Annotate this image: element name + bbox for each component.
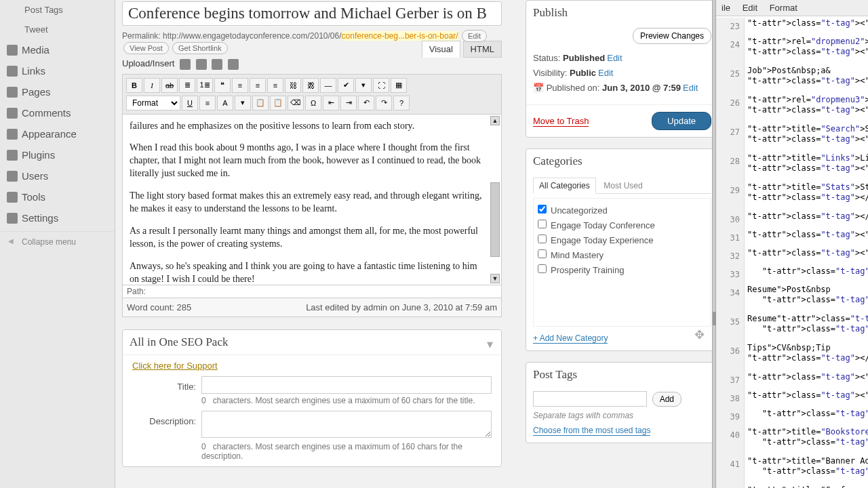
code-line[interactable]: Tips">CV&nbsp;Tip"t-attr">class="t-tag">… bbox=[747, 342, 868, 371]
scrollbar-thumb[interactable] bbox=[490, 182, 500, 257]
textcolor-button[interactable]: A bbox=[217, 96, 233, 110]
category-item[interactable]: Prosperity Training bbox=[538, 262, 707, 277]
code-line[interactable]: "t-attr">rel="dropmenu2">E"t-attr">class… bbox=[747, 36, 868, 65]
kitchensink-button[interactable]: ▦ bbox=[391, 78, 407, 93]
seo-desc-input[interactable] bbox=[201, 411, 492, 438]
justify-button[interactable]: ≡ bbox=[199, 96, 216, 110]
sidebar-item-pages[interactable]: Pages bbox=[0, 81, 115, 102]
paste-word-button[interactable]: 📋 bbox=[270, 96, 286, 110]
bold-button[interactable]: B bbox=[126, 78, 142, 93]
unlink-button[interactable]: ⛓̸ bbox=[302, 78, 319, 93]
code-line[interactable]: Job">Post&nbsp;a&"t-attr">class="t-tag">… bbox=[747, 65, 868, 94]
post-title-input[interactable] bbox=[122, 1, 502, 26]
category-checkbox[interactable] bbox=[538, 205, 547, 214]
help-button[interactable]: ? bbox=[393, 96, 410, 110]
status-edit-link[interactable]: Edit bbox=[607, 53, 622, 63]
code-line[interactable]: "t-attr">title="Banner Adv "t-attr">clas… bbox=[747, 455, 868, 485]
sidebar-item-links[interactable]: Links bbox=[0, 60, 115, 81]
category-item[interactable]: Uncategorized bbox=[538, 203, 707, 218]
code-line[interactable]: Resume"t-attr">class="t-tag"></"t-attr">… bbox=[747, 313, 868, 342]
date-edit-link[interactable]: Edit bbox=[683, 83, 698, 93]
ul-button[interactable]: ≣ bbox=[179, 78, 195, 93]
fullscreen-button[interactable]: ⛶ bbox=[373, 78, 389, 93]
add-audio-icon[interactable] bbox=[212, 59, 222, 70]
category-checkbox[interactable] bbox=[538, 235, 547, 243]
move-to-trash-link[interactable]: Move to Trash bbox=[533, 116, 589, 127]
strike-button[interactable]: ab bbox=[161, 78, 178, 93]
preview-changes-button[interactable]: Preview Changes bbox=[633, 28, 711, 44]
code-line[interactable]: "t-attr">class="t-tag"><"t-attr">class="… bbox=[747, 18, 868, 36]
sidebar-item-tweet[interactable]: Tweet bbox=[0, 20, 115, 39]
sidebar-item-posttags[interactable]: Post Tags bbox=[0, 0, 115, 20]
link-button[interactable]: ⛓ bbox=[285, 78, 301, 93]
code-line[interactable]: "t-attr">title="Bookstore" "t-attr">clas… bbox=[747, 426, 868, 455]
get-shortlink-button[interactable]: Get Shortlink bbox=[172, 42, 228, 54]
collapse-menu[interactable]: Collapse menu bbox=[0, 231, 115, 252]
indent-button[interactable]: ⇥ bbox=[340, 96, 357, 110]
underline-button[interactable]: U bbox=[182, 96, 198, 110]
menu-format[interactable]: Format bbox=[770, 3, 797, 13]
spell-dropdown[interactable]: ▾ bbox=[355, 78, 372, 93]
permalink-edit-button[interactable]: Edit bbox=[462, 30, 487, 42]
sidebar-item-users[interactable]: Users bbox=[0, 165, 115, 186]
paste-text-button[interactable]: 📋 bbox=[252, 96, 269, 110]
categories-tab-all[interactable]: All Categories bbox=[533, 178, 596, 194]
editor-tab-html[interactable]: HTML bbox=[463, 41, 502, 58]
editor-content[interactable]: failures and he emphasizes on the positi… bbox=[122, 115, 502, 285]
code-line[interactable]: "t-attr">rel="dropmenu3">R"t-attr">class… bbox=[747, 94, 868, 123]
code-line[interactable]: Resume">Post&nbsp "t-attr">class="t-tag"… bbox=[747, 284, 868, 313]
more-button[interactable]: — bbox=[320, 78, 336, 93]
align-right-button[interactable]: ≡ bbox=[267, 78, 283, 93]
menu-file[interactable]: ile bbox=[722, 3, 730, 13]
ol-button[interactable]: 1≣ bbox=[197, 78, 213, 93]
remove-format-button[interactable]: ⌫ bbox=[288, 96, 304, 110]
metabox-toggle-icon[interactable]: ▾ bbox=[487, 337, 493, 352]
category-checkbox[interactable] bbox=[538, 264, 547, 273]
add-video-icon[interactable] bbox=[196, 59, 207, 70]
category-checkbox[interactable] bbox=[538, 249, 547, 258]
sidebar-item-comments[interactable]: Comments bbox=[0, 102, 115, 123]
move-handle-icon[interactable]: ✥ bbox=[694, 327, 705, 342]
format-select[interactable]: Format bbox=[126, 96, 180, 110]
scroll-up-icon[interactable]: ▲ bbox=[490, 116, 500, 125]
code-line[interactable]: "t-attr">class="t-tag"></"t-attr">class=… bbox=[747, 211, 868, 229]
charmap-button[interactable]: Ω bbox=[305, 96, 321, 110]
sidebar-item-tools[interactable]: Tools bbox=[0, 186, 115, 207]
align-center-button[interactable]: ≡ bbox=[250, 78, 266, 93]
italic-button[interactable]: I bbox=[144, 78, 160, 93]
code-content[interactable]: "t-attr">class="t-tag"><"t-attr">class="… bbox=[745, 18, 868, 488]
quote-button[interactable]: ❝ bbox=[214, 78, 231, 93]
update-button[interactable]: Update bbox=[652, 112, 711, 130]
sidebar-item-media[interactable]: Media bbox=[0, 39, 115, 60]
code-line[interactable]: "t-attr">class="t-tag"><"t-attr">class="… bbox=[747, 266, 868, 284]
seo-support-link[interactable]: Click here for Support bbox=[132, 361, 218, 371]
sidebar-item-settings[interactable]: Settings bbox=[0, 207, 115, 228]
code-line[interactable]: "t-attr">title="Links">Lin"t-attr">class… bbox=[747, 152, 868, 182]
code-line[interactable]: "t-attr">class="t-tag"><"t-attr">class="… bbox=[747, 247, 868, 266]
code-line[interactable]: "t-attr">class="t-tag"><"t-attr">class="… bbox=[747, 390, 868, 408]
code-line[interactable]: "t-attr">title="Stats">Sta"t-attr">class… bbox=[747, 182, 868, 211]
category-item[interactable]: Engage Today Experience bbox=[538, 232, 707, 247]
code-line[interactable]: "t-attr">title="Conference "t-attr">clas… bbox=[747, 485, 868, 488]
redo-button[interactable]: ↷ bbox=[376, 96, 392, 110]
categories-tab-mostused[interactable]: Most Used bbox=[598, 178, 648, 193]
add-media-icon[interactable] bbox=[228, 59, 239, 70]
add-category-link[interactable]: + Add New Category bbox=[533, 333, 608, 344]
editor-tab-visual[interactable]: Visual bbox=[422, 41, 460, 58]
choose-tags-link[interactable]: Choose from the most used tags bbox=[533, 426, 650, 436]
visibility-edit-link[interactable]: Edit bbox=[598, 68, 613, 78]
scroll-down-icon[interactable]: ▼ bbox=[490, 274, 500, 283]
seo-title-input[interactable] bbox=[201, 376, 492, 394]
add-image-icon[interactable] bbox=[180, 59, 191, 70]
category-item[interactable]: Engage Today Conference bbox=[538, 218, 707, 232]
spell-button[interactable]: ✔ bbox=[338, 78, 354, 93]
code-line[interactable]: "t-attr">class="t-tag"><"t-attr">class="… bbox=[747, 229, 868, 247]
code-line[interactable]: "t-attr">class="t-tag"><"t-attr">class="… bbox=[747, 408, 868, 426]
code-line[interactable]: "t-attr">class="t-tag"><"t-attr">class="… bbox=[747, 371, 868, 390]
undo-button[interactable]: ↶ bbox=[358, 96, 374, 110]
menu-edit[interactable]: Edit bbox=[743, 3, 757, 13]
sidebar-item-plugins[interactable]: Plugins bbox=[0, 144, 115, 165]
tag-add-button[interactable]: Add bbox=[652, 392, 682, 407]
view-post-button[interactable]: View Post bbox=[123, 42, 169, 54]
sidebar-item-appearance[interactable]: Appearance bbox=[0, 123, 115, 144]
